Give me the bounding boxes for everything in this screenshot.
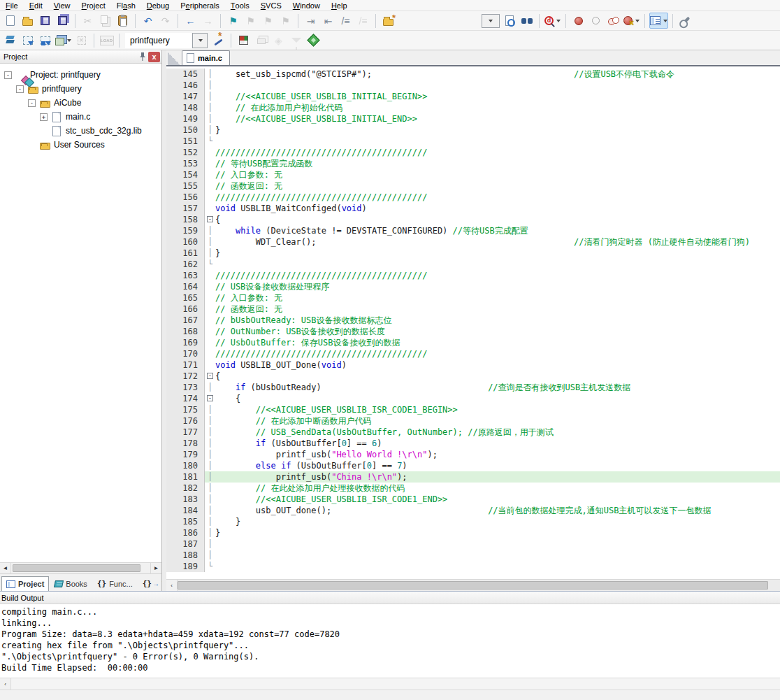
- line-number[interactable]: 183: [166, 494, 205, 505]
- line-number[interactable]: 155: [166, 180, 205, 192]
- line-number[interactable]: 153: [166, 158, 205, 169]
- fold-minus-icon[interactable]: -: [207, 395, 213, 401]
- code-line[interactable]: 148│ // 在此添加用户初始化代码: [166, 102, 780, 113]
- project-window-toggle-icon[interactable]: [649, 13, 668, 29]
- code-line[interactable]: 170/////////////////////////////////////…: [166, 348, 780, 359]
- code-line[interactable]: 183│ //<<AICUBE_USER_USBLIB_ISR_CODE1_EN…: [166, 494, 780, 505]
- line-number[interactable]: 167: [166, 315, 205, 326]
- code-line[interactable]: 146│: [166, 80, 780, 91]
- workspace-tab-books[interactable]: Books: [50, 576, 92, 591]
- scrollbar-thumb[interactable]: [13, 564, 140, 572]
- paste-icon[interactable]: [115, 13, 131, 29]
- code-line[interactable]: 189└: [166, 561, 780, 572]
- tree-item-stc-usb-cdc-32g-lib[interactable]: -stc_usb_cdc_32g.lib: [0, 124, 161, 138]
- fold-minus-icon[interactable]: -: [207, 373, 213, 379]
- indent-icon[interactable]: ⇥: [303, 13, 319, 29]
- pin-icon[interactable]: [137, 52, 148, 62]
- menu-tools[interactable]: Tools: [225, 0, 255, 11]
- code-line[interactable]: 176│ // 在此添加中断函数用户代码: [166, 415, 780, 427]
- target-select-value[interactable]: printfquery: [125, 33, 192, 48]
- flash-download-icon[interactable]: ◈: [270, 32, 287, 48]
- line-number[interactable]: 170: [166, 348, 205, 359]
- code-line[interactable]: 149│ //<<AICUBE_USER_USBLIB_INITIAL_END>…: [166, 113, 780, 124]
- code-line[interactable]: 157void USBLIB_WaitConfiged(void): [166, 203, 780, 214]
- undo-icon[interactable]: ↶: [140, 13, 156, 29]
- toggle-bookmark-icon[interactable]: ⚑: [225, 13, 241, 29]
- save-icon[interactable]: [37, 13, 53, 29]
- line-number[interactable]: 185: [166, 516, 205, 527]
- configure-icon[interactable]: [677, 13, 693, 29]
- line-number[interactable]: 176: [166, 415, 205, 427]
- copy-icon[interactable]: [97, 13, 113, 29]
- scroll-left-arrow-icon[interactable]: ◄: [0, 563, 11, 573]
- find-in-files-icon[interactable]: [501, 13, 517, 29]
- rebuild-icon[interactable]: [37, 32, 53, 48]
- code-line[interactable]: 172-{: [166, 371, 780, 382]
- code-line[interactable]: 179│ printf_usb("Hello World !\r\n");: [166, 449, 780, 460]
- line-number[interactable]: 161: [166, 248, 205, 259]
- code-line[interactable]: 178│ if (UsbOutBuffer[0] == 6): [166, 438, 780, 449]
- code-line[interactable]: 177│ // USB_SendData(UsbOutBuffer, OutNu…: [166, 427, 780, 438]
- line-number[interactable]: 188: [166, 550, 205, 561]
- stop-build-icon[interactable]: ×: [73, 32, 89, 48]
- line-number[interactable]: 158: [166, 214, 205, 225]
- code-line[interactable]: 150│}: [166, 124, 780, 136]
- next-bookmark-icon[interactable]: ⚑: [243, 13, 259, 29]
- line-number[interactable]: 179: [166, 449, 205, 460]
- fold-collapse-icon[interactable]: -: [205, 393, 215, 404]
- editor-hscrollbar[interactable]: ‹: [166, 579, 780, 591]
- code-line[interactable]: 165// 入口参数: 无: [166, 292, 780, 303]
- cut-icon[interactable]: ✂: [80, 13, 96, 29]
- code-line[interactable]: 160│ WDT_Clear(); //清看门狗定时器 (防止硬件自动使能看门狗…: [166, 236, 780, 248]
- disable-all-breakpoints-icon[interactable]: [605, 13, 621, 29]
- project-panel-hscrollbar[interactable]: ◄ ►: [0, 562, 161, 573]
- line-number[interactable]: 159: [166, 225, 205, 236]
- collapse-icon[interactable]: -: [4, 71, 12, 79]
- line-number[interactable]: 157: [166, 203, 205, 214]
- menu-help[interactable]: Help: [326, 0, 353, 11]
- menu-file[interactable]: File: [0, 0, 24, 11]
- open-file-icon[interactable]: [20, 13, 36, 29]
- line-number[interactable]: 169: [166, 337, 205, 348]
- line-number[interactable]: 168: [166, 326, 205, 337]
- code-line[interactable]: 164// USB设备接收数据处理程序: [166, 281, 780, 292]
- navigate-forward-icon[interactable]: →: [200, 13, 216, 29]
- expand-icon[interactable]: +: [40, 113, 48, 121]
- line-number[interactable]: 164: [166, 281, 205, 292]
- fold-collapse-icon[interactable]: -: [205, 214, 215, 225]
- line-number[interactable]: 160: [166, 236, 205, 248]
- build-output-hscrollbar[interactable]: ‹: [0, 678, 780, 690]
- scroll-right-arrow-icon[interactable]: ►: [150, 563, 161, 573]
- code-line[interactable]: 167// bUsbOutReady: USB设备接收数据标志位: [166, 315, 780, 326]
- line-number[interactable]: 148: [166, 102, 205, 113]
- line-number[interactable]: 150: [166, 124, 205, 136]
- line-number[interactable]: 147: [166, 91, 205, 102]
- line-number[interactable]: 184: [166, 505, 205, 516]
- code-line[interactable]: 154// 入口参数: 无: [166, 169, 780, 180]
- unindent-icon[interactable]: ⇤: [320, 13, 336, 29]
- code-line[interactable]: 182│ // 在此处添加用户处理接收数据的代码: [166, 483, 780, 494]
- line-number[interactable]: 180: [166, 460, 205, 471]
- scroll-left-arrow-icon[interactable]: ‹: [166, 580, 178, 591]
- save-all-icon[interactable]: [55, 13, 71, 29]
- line-number[interactable]: 152: [166, 147, 205, 158]
- code-line[interactable]: 158-{: [166, 214, 780, 225]
- target-select-dropdown[interactable]: [192, 33, 208, 48]
- line-number[interactable]: 171: [166, 359, 205, 371]
- prev-bookmark-icon[interactable]: ⚑: [260, 13, 276, 29]
- tree-item-user-sources[interactable]: -User Sources: [0, 138, 161, 152]
- line-number[interactable]: 151: [166, 136, 205, 147]
- close-panel-button[interactable]: x: [148, 52, 160, 62]
- tree-item-project-printfquery[interactable]: -Project: printfquery: [0, 68, 161, 82]
- code-line[interactable]: 156/////////////////////////////////////…: [166, 192, 780, 203]
- line-number[interactable]: 154: [166, 169, 205, 180]
- fold-minus-icon[interactable]: -: [207, 216, 213, 222]
- open-dialog-icon[interactable]: [380, 13, 396, 29]
- scrollbar-thumb[interactable]: [178, 581, 768, 590]
- line-number[interactable]: 172: [166, 371, 205, 382]
- menu-view[interactable]: View: [48, 0, 76, 11]
- pack-installer-icon[interactable]: [305, 32, 322, 48]
- code-area[interactable]: 145│ set_usb_ispcmd("@STCISP#"); //设置USB…: [166, 66, 780, 579]
- code-line[interactable]: 184│ usb_OUT_done(); //当前包的数据处理完成,通知USB主…: [166, 505, 780, 516]
- line-number[interactable]: 166: [166, 303, 205, 315]
